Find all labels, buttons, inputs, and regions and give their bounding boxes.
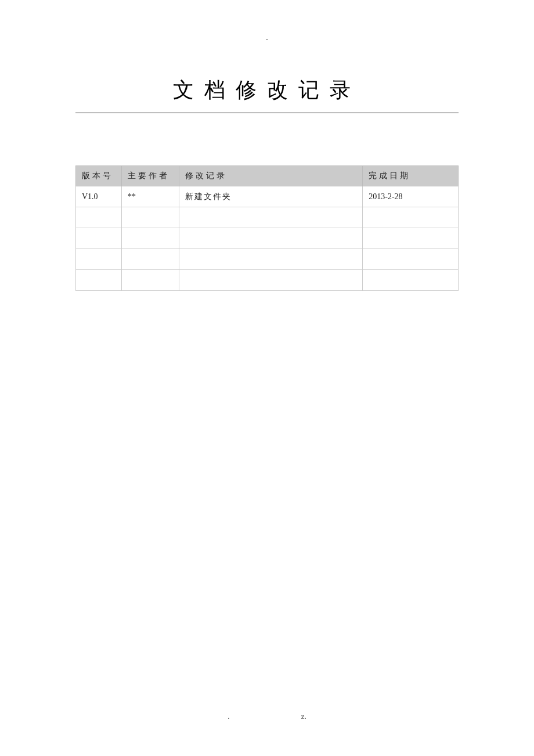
cell-record: 新建文件夹	[179, 186, 362, 207]
table-row	[76, 228, 459, 249]
cell-date	[363, 207, 459, 228]
header-record: 修改记录	[179, 166, 362, 186]
table-header-row: 版本号 主要作者 修改记录 完成日期	[76, 166, 459, 186]
cell-record	[179, 228, 362, 249]
cell-author	[122, 249, 179, 270]
table-row	[76, 207, 459, 228]
cell-date: 2013-2-28	[363, 186, 459, 207]
cell-author	[122, 270, 179, 291]
cell-record	[179, 270, 362, 291]
header-author: 主要作者	[122, 166, 179, 186]
title-block: 文档修改记录	[75, 76, 459, 113]
footer-right: z.	[301, 712, 306, 721]
footer-left: .	[228, 712, 229, 721]
footer: . z.	[0, 712, 534, 721]
title-underline	[75, 113, 459, 113]
cell-version	[76, 207, 122, 228]
table-row	[76, 270, 459, 291]
revision-table: 版本号 主要作者 修改记录 完成日期 V1.0 ** 新建文件夹 2013-2-…	[75, 165, 459, 291]
cell-version	[76, 270, 122, 291]
header-date: 完成日期	[363, 166, 459, 186]
cell-author: **	[122, 186, 179, 207]
cell-version: V1.0	[76, 186, 122, 207]
cell-record	[179, 207, 362, 228]
table-row	[76, 249, 459, 270]
cell-author	[122, 228, 179, 249]
cell-record	[179, 249, 362, 270]
cell-date	[363, 249, 459, 270]
cell-date	[363, 228, 459, 249]
page-title: 文档修改记录	[173, 76, 361, 110]
header-mark: -	[75, 35, 459, 44]
cell-version	[76, 228, 122, 249]
header-version: 版本号	[76, 166, 122, 186]
cell-date	[363, 270, 459, 291]
cell-version	[76, 249, 122, 270]
cell-author	[122, 207, 179, 228]
table-row: V1.0 ** 新建文件夹 2013-2-28	[76, 186, 459, 207]
document-page: - 文档修改记录 版本号 主要作者 修改记录 完成日期 V1.0 ** 新建文件…	[0, 0, 534, 291]
